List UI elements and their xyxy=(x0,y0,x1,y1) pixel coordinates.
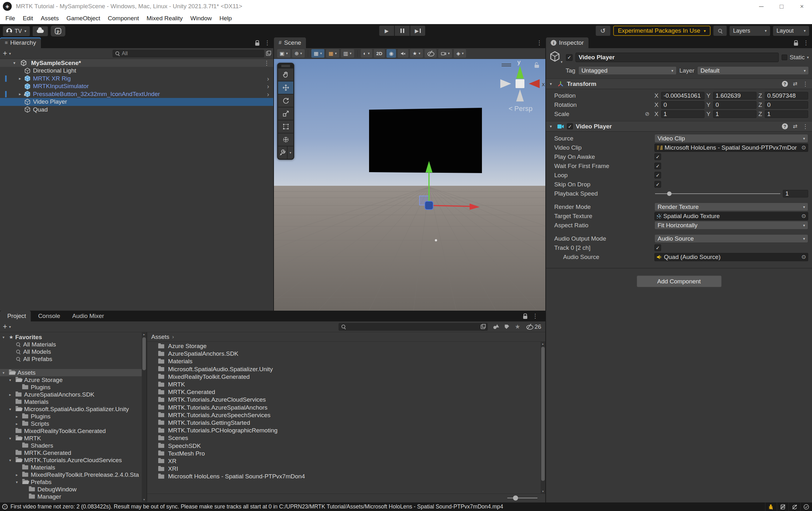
link-broken-icon[interactable]: ⊘ xyxy=(645,111,655,117)
scroll-down-arrow[interactable]: ▾ xyxy=(142,498,146,502)
asset-list-item[interactable]: MRTK.Tutorials.AzureSpatialAnchors xyxy=(147,404,541,412)
lock-icon[interactable] xyxy=(255,42,259,46)
z-value-field[interactable]: 1 xyxy=(765,110,808,118)
scrollbar-thumb[interactable] xyxy=(142,337,146,370)
persp-toggle-arrow[interactable]: < xyxy=(509,104,513,113)
hierarchy-search-input[interactable] xyxy=(122,51,262,57)
asset-list-item[interactable]: Azure Storage xyxy=(147,342,541,350)
hierarchy-item[interactable]: Video Player xyxy=(0,98,273,106)
video-player-quad[interactable] xyxy=(369,108,482,173)
source-dropdown[interactable]: Video Clip ▾ xyxy=(655,134,808,143)
layout-dropdown[interactable]: Layout ▾ xyxy=(773,26,809,36)
tool-handle-position-dropdown[interactable]: ▣▾ xyxy=(277,49,290,58)
tag-dropdown[interactable]: Untagged ▾ xyxy=(578,66,677,75)
project-panel-tab[interactable]: Audio Mixer xyxy=(65,311,109,322)
play-button[interactable]: ▶ xyxy=(379,26,394,36)
playback-speed-value[interactable]: 1 xyxy=(783,190,808,198)
toolstrip-drag-handle[interactable] xyxy=(278,64,293,67)
expand-arrow-icon[interactable]: ▸ xyxy=(16,473,22,477)
hierarchy-item[interactable]: MRTKInputSimulator › xyxy=(0,83,273,90)
tab-hierarchy[interactable]: ≡ Hierarchy xyxy=(0,37,41,48)
kebab-menu-icon[interactable]: ⋮ xyxy=(532,312,538,320)
favorite-search-item[interactable]: All Models xyxy=(0,348,146,355)
step-button[interactable]: ▶ xyxy=(410,26,425,36)
kebab-menu-icon[interactable]: ⋮ xyxy=(803,123,808,130)
x-value-field[interactable]: 0 xyxy=(661,101,704,109)
expand-arrow-icon[interactable]: ▾ xyxy=(9,436,16,441)
folder-tree-item[interactable]: ▾ MRTK xyxy=(0,434,146,442)
hierarchy-item[interactable]: Directional Light xyxy=(0,67,273,75)
property-checkbox[interactable]: ✓ xyxy=(655,153,661,160)
expand-arrow-icon[interactable]: ▸ xyxy=(9,392,16,397)
add-component-button[interactable]: Add Component xyxy=(637,275,722,287)
version-control-button[interactable]: p xyxy=(51,26,65,36)
target-texture-object-field[interactable]: Spatial Audio Texture ⊙ xyxy=(655,212,808,220)
custom-tool-dropdown[interactable]: ▾ xyxy=(288,146,293,159)
gameobject-name-field[interactable] xyxy=(576,53,779,62)
expand-arrow-icon[interactable]: ▾ xyxy=(3,335,9,339)
audio-source-object-field[interactable]: Quad (Audio Source) ⊙ xyxy=(655,253,808,261)
rotate-tool-button[interactable] xyxy=(278,94,293,107)
track-checkbox[interactable]: ✓ xyxy=(655,244,661,251)
add-object-button[interactable]: + xyxy=(3,50,7,57)
asset-list-item[interactable]: MRTK.Generated xyxy=(147,388,541,396)
slider-handle[interactable] xyxy=(667,191,671,196)
name-input[interactable] xyxy=(579,54,776,61)
render-mode-dropdown[interactable]: Render Texture ▾ xyxy=(655,203,808,211)
audio-output-mode-dropdown[interactable]: Audio Source ▾ xyxy=(655,234,808,243)
folder-tree-item[interactable]: ▸ Plugins xyxy=(0,413,146,420)
asset-list-item[interactable]: Scenes xyxy=(147,434,541,442)
effects-dropdown[interactable]: ★▾ xyxy=(410,49,423,58)
breadcrumb-label[interactable]: Assets xyxy=(151,333,169,340)
video-clip-object-field[interactable]: Microsoft HoloLens - Spatial Sound-PTPvx… xyxy=(655,144,808,152)
expand-arrow-icon[interactable]: ▾ xyxy=(13,61,19,65)
chevron-down-icon[interactable]: ▾ xyxy=(9,51,11,56)
scroll-up-arrow[interactable]: ▸ xyxy=(142,332,146,337)
folder-tree-item[interactable]: Materials xyxy=(0,464,146,471)
folder-tree-item[interactable]: ▾ Microsoft.SpatialAudio.Spatializer.Uni… xyxy=(0,405,146,413)
asset-list-item[interactable]: MRTK.Tutorials.AzureCloudServices xyxy=(147,396,541,403)
tree-scrollbar[interactable]: ▸ ▾ xyxy=(142,332,146,502)
scroll-up-arrow[interactable]: ▸ xyxy=(541,342,545,346)
menu-item[interactable]: GameObject xyxy=(62,13,104,24)
x-value-field[interactable]: 1 xyxy=(661,110,704,118)
slider-handle[interactable] xyxy=(513,495,518,501)
static-checkbox[interactable] xyxy=(782,55,787,60)
expand-arrow-icon[interactable]: ▾ xyxy=(9,458,16,462)
asset-list-scrollbar[interactable]: ▸ ▾ xyxy=(541,342,545,493)
thumbnail-zoom-slider[interactable] xyxy=(507,498,538,498)
kebab-menu-icon[interactable]: ⋮ xyxy=(264,39,270,46)
rect-tool-button[interactable] xyxy=(278,120,293,133)
2d-view-button[interactable]: 2D xyxy=(374,49,385,58)
gameobject-icon[interactable]: ▾ xyxy=(549,51,563,64)
menu-item[interactable]: File xyxy=(2,13,19,24)
menu-item[interactable]: Mixed Reality xyxy=(143,13,186,24)
grid-snapping-button[interactable]: ▦▾ xyxy=(326,49,339,58)
kebab-menu-icon[interactable]: ⋮ xyxy=(536,39,542,46)
menu-item[interactable]: Assets xyxy=(37,13,62,24)
expand-arrow-icon[interactable]: ▸ xyxy=(16,422,22,426)
scene-audio-button[interactable] xyxy=(398,49,408,58)
folder-tree-item[interactable]: ▾ Azure Storage xyxy=(0,376,146,384)
hierarchy-item[interactable]: Quad xyxy=(0,106,273,114)
progress-ok-icon[interactable] xyxy=(800,503,812,511)
asset-list-item[interactable]: MRTK.Tutorials.GettingStarted xyxy=(147,419,541,427)
asset-list-item[interactable]: MRTK.Tutorials.AzureSpeechServices xyxy=(147,412,541,419)
chevron-down-icon[interactable]: ▾ xyxy=(807,55,809,60)
playback-speed-slider[interactable] xyxy=(655,189,781,198)
folder-tree-item[interactable]: ▸ AzureSpatialAnchors.SDK xyxy=(0,391,146,398)
expand-arrow-icon[interactable]: ▾ xyxy=(9,407,16,412)
tab-inspector[interactable]: i Inspector xyxy=(546,37,588,48)
help-icon[interactable]: ? xyxy=(782,123,788,129)
asset-list-item[interactable]: Microsoft HoloLens - Spatial Sound-PTPvx… xyxy=(147,473,541,480)
debugger-bug-icon[interactable]: ! xyxy=(765,503,777,511)
draw-mode-dropdown[interactable]: ◐▾ xyxy=(361,49,372,58)
asset-list-item[interactable]: SpeechSDK xyxy=(147,442,541,450)
folder-tree-item[interactable]: ▾ Assets xyxy=(0,369,146,376)
project-panel-tab[interactable]: Project xyxy=(0,311,31,322)
search-button[interactable] xyxy=(714,26,727,36)
video-player-component-header[interactable]: ▾ ✓ Video Player ? ⇄ ⋮ xyxy=(546,121,812,131)
object-picker-icon[interactable]: ⊙ xyxy=(802,213,806,219)
favorites-header[interactable]: ▾ ★ Favorites xyxy=(0,333,146,341)
static-toggle[interactable]: Static ▾ xyxy=(782,54,809,61)
